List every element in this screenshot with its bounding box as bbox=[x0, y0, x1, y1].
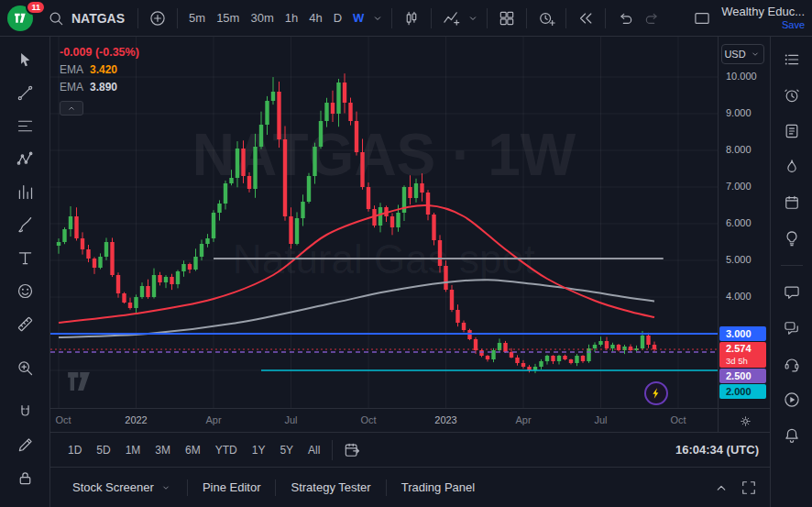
layout-account[interactable]: Wealthy Educ... Save bbox=[721, 6, 805, 31]
ideas-icon[interactable] bbox=[776, 223, 807, 254]
indicators-icon[interactable] bbox=[437, 5, 465, 32]
search-icon[interactable] bbox=[42, 5, 70, 32]
go-to-date-icon[interactable] bbox=[338, 436, 366, 464]
notifications-icon[interactable] bbox=[776, 420, 807, 451]
panel-maximize-icon[interactable] bbox=[735, 474, 763, 501]
publish-chart-icon[interactable] bbox=[688, 5, 716, 32]
journal-icon[interactable] bbox=[776, 116, 807, 147]
range-3m[interactable]: 3M bbox=[148, 440, 177, 460]
range-ytd[interactable]: YTD bbox=[209, 440, 244, 460]
ruler-icon[interactable] bbox=[7, 308, 42, 339]
panel-expand-chevron-icon[interactable] bbox=[708, 474, 735, 501]
trend-line-icon[interactable] bbox=[7, 77, 42, 108]
timeframe-d[interactable]: D bbox=[328, 7, 347, 28]
quick-trade-lightning-icon[interactable] bbox=[644, 381, 668, 405]
chart-plot-area[interactable]: NATGAS · 1W Natural Gas spot -0.009 (-0.… bbox=[50, 37, 718, 408]
brush-icon[interactable] bbox=[7, 209, 42, 240]
save-button[interactable]: Save bbox=[782, 18, 805, 31]
indicator-value: 3.890 bbox=[90, 81, 117, 94]
conversations-icon[interactable] bbox=[776, 313, 807, 344]
magnet-icon[interactable] bbox=[7, 396, 42, 427]
timeframe-1h[interactable]: 1h bbox=[280, 7, 303, 28]
indicators-chevron-down-icon[interactable] bbox=[465, 5, 481, 32]
range-1d[interactable]: 1D bbox=[61, 440, 88, 460]
timeframe-15m[interactable]: 15m bbox=[211, 7, 245, 28]
tradingview-watermark-logo-icon[interactable] bbox=[61, 368, 96, 399]
hotlists-icon[interactable] bbox=[776, 151, 807, 182]
chart-settings-gear-icon[interactable] bbox=[735, 411, 755, 431]
tab-trading-panel[interactable]: Trading Panel bbox=[387, 468, 489, 507]
undo-icon[interactable] bbox=[611, 5, 639, 32]
layout-name: Wealthy Educ... bbox=[721, 6, 805, 18]
timeframe-4h[interactable]: 4h bbox=[303, 7, 327, 28]
sidebar-divider bbox=[781, 265, 803, 266]
legend-collapse-button[interactable] bbox=[60, 101, 83, 116]
toolbar-divider bbox=[332, 440, 333, 460]
chevron-down-icon bbox=[749, 48, 762, 61]
timeframe-w[interactable]: W bbox=[347, 7, 369, 28]
price-axis[interactable]: USD 4.0005.0006.0007.0008.0009.00010.000… bbox=[718, 37, 770, 408]
cursor-icon[interactable] bbox=[7, 44, 42, 75]
timeframe-30m[interactable]: 30m bbox=[245, 7, 279, 28]
chat-icon[interactable] bbox=[776, 277, 807, 308]
currency-dropdown[interactable]: USD bbox=[721, 44, 764, 64]
text-icon[interactable] bbox=[7, 242, 42, 273]
tab-stock-screener[interactable]: Stock Screener bbox=[58, 468, 187, 507]
toolbar-divider bbox=[431, 8, 432, 28]
time-tick-oct: Oct bbox=[360, 414, 376, 425]
price-tick-10: 10.000 bbox=[726, 71, 757, 82]
time-tick-oct: Oct bbox=[55, 414, 71, 425]
time-tick-oct: Oct bbox=[670, 414, 686, 425]
compare-add-icon[interactable] bbox=[144, 5, 171, 32]
time-tick-2022: 2022 bbox=[125, 414, 147, 425]
forecast-icon[interactable] bbox=[7, 176, 42, 207]
range-5y[interactable]: 5Y bbox=[273, 440, 300, 460]
edit-icon[interactable] bbox=[7, 429, 42, 460]
toolbar-divider bbox=[487, 8, 488, 28]
chart-region: NATGAS · 1W Natural Gas spot -0.009 (-0.… bbox=[50, 37, 770, 408]
drawing-toolbar bbox=[0, 37, 50, 507]
calendar-icon[interactable] bbox=[776, 187, 807, 218]
zoom-in-icon[interactable] bbox=[7, 352, 42, 383]
time-tick-apr: Apr bbox=[205, 414, 221, 425]
layout-grid-icon[interactable] bbox=[493, 5, 521, 32]
range-5d[interactable]: 5D bbox=[90, 440, 116, 460]
bar-replay-icon[interactable] bbox=[572, 5, 599, 32]
time-tick-jul: Jul bbox=[284, 414, 297, 425]
support-icon[interactable] bbox=[776, 348, 807, 380]
timeframe-chevron-down-icon[interactable] bbox=[369, 5, 386, 32]
price-label-2.500: 2.500 bbox=[719, 369, 766, 383]
indicator-legend-ema-fast[interactable]: EMA 3.420 bbox=[60, 63, 139, 76]
range-6m[interactable]: 6M bbox=[179, 440, 207, 460]
fib-retracement-icon[interactable] bbox=[7, 110, 42, 141]
time-axis[interactable]: Oct2022AprJulOct2023AprJulOct bbox=[50, 408, 770, 432]
watchlist-icon[interactable] bbox=[776, 44, 807, 75]
time-tick-apr: Apr bbox=[515, 414, 531, 425]
toolbar-divider bbox=[565, 8, 566, 28]
indicator-legend-ema-slow[interactable]: EMA 3.890 bbox=[60, 81, 139, 94]
notification-badge: 11 bbox=[26, 0, 46, 15]
range-all[interactable]: All bbox=[302, 440, 326, 460]
price-label-2.574: 2.5743d 5h bbox=[719, 342, 766, 368]
user-avatar[interactable]: 11 bbox=[7, 4, 38, 33]
xabcd-pattern-icon[interactable] bbox=[7, 143, 42, 174]
alerts-icon[interactable] bbox=[776, 80, 807, 111]
range-1y[interactable]: 1Y bbox=[246, 440, 272, 460]
timeframe-5m[interactable]: 5m bbox=[183, 7, 211, 28]
indicator-name: EMA bbox=[60, 63, 83, 76]
symbol-name[interactable]: NATGAS bbox=[71, 11, 125, 26]
redo-icon[interactable] bbox=[639, 5, 666, 32]
tab-pine-editor[interactable]: Pine Editor bbox=[188, 468, 276, 507]
emoji-icon[interactable] bbox=[7, 275, 42, 306]
tab-strategy-tester[interactable]: Strategy Tester bbox=[276, 468, 385, 507]
lock-icon[interactable] bbox=[7, 462, 42, 493]
create-alert-icon[interactable] bbox=[532, 5, 560, 32]
time-tick-2023: 2023 bbox=[434, 414, 456, 425]
chart-style-candles-icon[interactable] bbox=[398, 5, 425, 32]
streams-icon[interactable] bbox=[776, 384, 807, 415]
currency-label: USD bbox=[724, 49, 745, 60]
timeframe-group: 5m15m30m1h4hDW bbox=[183, 7, 369, 28]
server-clock[interactable]: 16:04:34 (UTC) bbox=[675, 443, 759, 457]
top-toolbar: 11 NATGAS 5m15m30m1h4hDW Wealthy Educ...… bbox=[0, 0, 812, 37]
range-1m[interactable]: 1M bbox=[119, 440, 148, 460]
